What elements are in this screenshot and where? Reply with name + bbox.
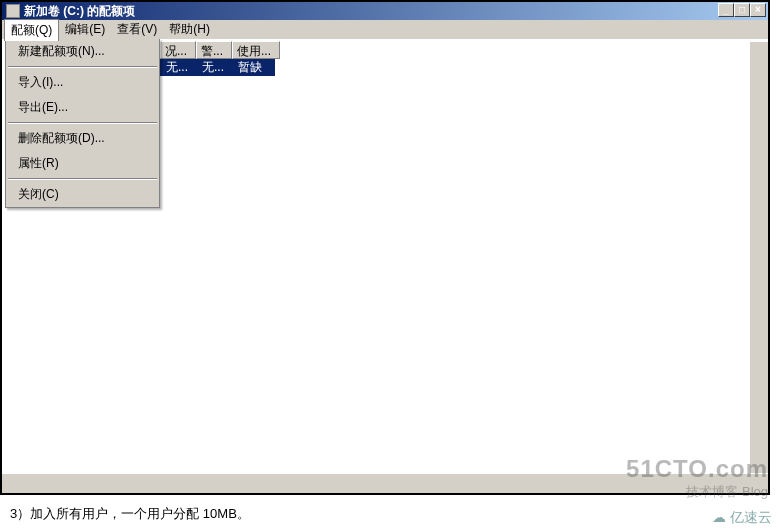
- dd-new-quota[interactable]: 新建配额项(N)...: [6, 39, 159, 64]
- table-row[interactable]: 无... 无... 暂缺: [160, 59, 275, 76]
- window-controls: _ □ ×: [718, 3, 766, 17]
- app-icon: [6, 4, 20, 18]
- dd-separator: [8, 66, 157, 68]
- menu-help[interactable]: 帮助(H): [163, 19, 216, 40]
- col-used[interactable]: 使用...: [232, 41, 280, 59]
- dd-properties[interactable]: 属性(R): [6, 151, 159, 176]
- cell-warning: 无...: [196, 59, 232, 76]
- dd-delete-quota[interactable]: 删除配额项(D)...: [6, 126, 159, 151]
- maximize-button[interactable]: □: [734, 3, 750, 17]
- watermark-yisu: ☁ 亿速云: [712, 509, 772, 527]
- minimize-button[interactable]: _: [718, 3, 734, 17]
- app-window: 新加卷 (C:) 的配额项 _ □ × 配额(Q) 编辑(E) 查看(V) 帮助…: [0, 0, 770, 495]
- watermark-line3: 亿速云: [730, 509, 772, 525]
- dd-close[interactable]: 关闭(C): [6, 182, 159, 207]
- menu-edit[interactable]: 编辑(E): [59, 19, 111, 40]
- dd-separator: [8, 122, 157, 124]
- statusbar: [2, 473, 768, 493]
- window-title: 新加卷 (C:) 的配额项: [24, 3, 135, 20]
- col-warning[interactable]: 警...: [196, 41, 232, 59]
- menu-view[interactable]: 查看(V): [111, 19, 163, 40]
- dd-separator: [8, 178, 157, 180]
- titlebar: 新加卷 (C:) 的配额项 _ □ ×: [2, 2, 768, 20]
- quota-dropdown: 新建配额项(N)... 导入(I)... 导出(E)... 删除配额项(D)..…: [5, 39, 160, 208]
- table-header-row: 况... 警... 使用...: [160, 41, 280, 59]
- scrollbar-vertical[interactable]: [750, 42, 768, 473]
- menubar: 配额(Q) 编辑(E) 查看(V) 帮助(H): [2, 20, 768, 40]
- dd-export[interactable]: 导出(E)...: [6, 95, 159, 120]
- caption-text: 3）加入所有用户，一个用户分配 10MB。: [10, 505, 250, 523]
- cell-status: 无...: [160, 59, 196, 76]
- dd-import[interactable]: 导入(I)...: [6, 70, 159, 95]
- col-status[interactable]: 况...: [160, 41, 196, 59]
- close-button[interactable]: ×: [750, 3, 766, 17]
- menu-quota[interactable]: 配额(Q): [4, 19, 59, 41]
- cell-used: 暂缺: [232, 59, 272, 76]
